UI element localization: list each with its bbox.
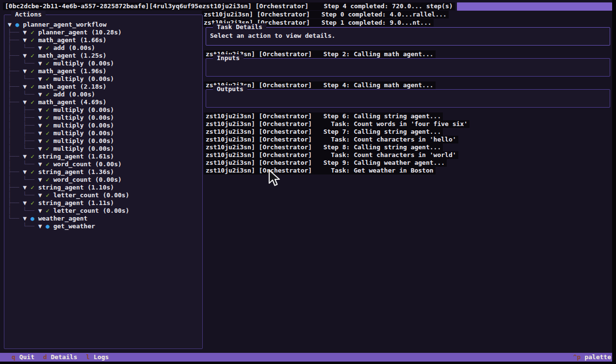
actions-tree: ▼ ● planner_agent_workflow ├── ▼ ✓ plann…	[4, 15, 202, 230]
expand-arrow-icon[interactable]: ▼	[38, 122, 46, 129]
tree-row[interactable]: └── ▼ ● weather_agent	[8, 215, 202, 222]
expand-arrow-icon[interactable]: ▼	[23, 52, 31, 59]
task-details-title: Task Details	[213, 23, 266, 31]
tree-row[interactable]: │ └── ▼ ✓ multiply (0.00s)	[8, 145, 202, 153]
tree-row[interactable]: │ └── ▼ ✓ letter_count (0.00s)	[8, 191, 202, 199]
expand-arrow-icon[interactable]: ▼	[38, 160, 46, 168]
log-line: zst10ju2i3sn] [Orchestrator] Step 7: Cal…	[204, 128, 443, 136]
scrollbar-thumb[interactable]	[457, 2, 612, 11]
expand-arrow-icon[interactable]: ▼	[23, 29, 31, 36]
tree-row-duration: (1.10s)	[84, 184, 114, 191]
palette-binding[interactable]: ^p palette	[573, 353, 616, 362]
expand-arrow-icon[interactable]: ▼	[23, 168, 31, 175]
expand-arrow-icon[interactable]: ▼	[38, 129, 46, 137]
tree-row[interactable]: │ └── ▼ ✓ word_count (0.00s)	[8, 176, 202, 184]
expand-arrow-icon[interactable]: ▼	[23, 199, 31, 206]
expand-arrow-icon[interactable]: ▼	[38, 60, 46, 67]
tree-row[interactable]: │ ├── ▼ ✓ multiply (0.00s)	[8, 122, 202, 129]
tree-guide-lines: ├──	[8, 168, 23, 175]
status-icon: ✓	[46, 106, 53, 113]
expand-arrow-icon[interactable]: ▼	[38, 176, 46, 183]
tree-row[interactable]: ├── ▼ ✓ string_agent (1.61s)	[8, 153, 202, 160]
footer-key-binding[interactable]: l Logs	[86, 353, 109, 362]
tree-row-duration: (10.28s)	[87, 29, 121, 36]
expand-arrow-icon[interactable]: ▼	[38, 191, 46, 199]
log-line: zst10ju2i3sn] [Orchestrator] Task: Count…	[204, 151, 458, 159]
tree-row-label: word_count	[53, 160, 91, 168]
tree-row-duration: (1.96s)	[76, 67, 107, 75]
status-icon: ✓	[46, 137, 53, 144]
tree-row[interactable]: ├── ▼ ✓ math_agent (1.66s)	[8, 36, 202, 44]
tree-row[interactable]: ├── ▼ ✓ math_agent (1.96s)	[8, 67, 202, 75]
inputs-title: Inputs	[213, 54, 243, 62]
key-label: Details	[51, 353, 78, 361]
tree-row[interactable]: │ └── ▼ ✓ add (0.00s)	[8, 91, 202, 98]
log-line-text: zst10ju2i3sn] [Orchestrator] Step 8: Cal…	[206, 143, 441, 151]
status-icon: ✓	[46, 160, 53, 168]
expand-arrow-icon[interactable]: ▼	[23, 215, 31, 222]
expand-arrow-icon[interactable]: ▼	[38, 75, 46, 82]
status-icon: ✓	[46, 75, 53, 82]
tree-row[interactable]: ├── ▼ ✓ math_agent (2.18s)	[8, 83, 202, 91]
expand-arrow-icon[interactable]: ▼	[38, 145, 46, 152]
tree-row-duration: (0.00s)	[84, 129, 114, 137]
expand-arrow-icon[interactable]: ▼	[8, 21, 16, 28]
tree-row[interactable]: └── ▼ ● get_weather	[8, 222, 202, 230]
status-icon: ✓	[31, 168, 38, 175]
status-icon: ✓	[31, 83, 38, 90]
tree-guide-lines: │ └──	[8, 91, 38, 98]
expand-arrow-icon[interactable]: ▼	[38, 222, 46, 230]
tree-row[interactable]: │ ├── ▼ ✓ multiply (0.00s)	[8, 114, 202, 122]
tree-guide-lines: ├──	[8, 153, 23, 160]
status-icon: ✓	[31, 153, 38, 160]
tree-row[interactable]: ├── ▼ ✓ math_agent (4.69s)	[8, 98, 202, 106]
tree-row[interactable]: ▼ ● planner_agent_workflow	[8, 21, 202, 29]
expand-arrow-icon[interactable]: ▼	[38, 91, 46, 98]
status-icon: ✓	[31, 29, 38, 36]
tree-row[interactable]: ├── ▼ ✓ planner_agent (10.28s)	[8, 29, 202, 36]
tree-guide-lines: ├──	[8, 52, 23, 59]
status-icon: ●	[16, 21, 23, 28]
footer-key-binding[interactable]: q Quit	[12, 353, 34, 362]
tree-row[interactable]: ├── ▼ ✓ math_agent (1.25s)	[8, 52, 202, 60]
expand-arrow-icon[interactable]: ▼	[38, 207, 46, 214]
status-icon: ✓	[31, 184, 38, 191]
tree-row[interactable]: │ └── ▼ ✓ multiply (0.00s)	[8, 60, 202, 67]
tree-row-label: string_agent	[38, 153, 84, 160]
expand-arrow-icon[interactable]: ▼	[23, 36, 31, 44]
expand-arrow-icon[interactable]: ▼	[38, 106, 46, 113]
status-icon: ✓	[46, 145, 53, 152]
tree-row[interactable]: │ ├── ▼ ✓ multiply (0.00s)	[8, 106, 202, 114]
expand-arrow-icon[interactable]: ▼	[23, 83, 31, 90]
expand-arrow-icon[interactable]: ▼	[23, 98, 31, 106]
tree-row-duration: (0.00s)	[84, 122, 114, 129]
tree-row[interactable]: │ ├── ▼ ✓ multiply (0.00s)	[8, 129, 202, 137]
log-line: zst10ju2i3sn] [Orchestrator] Task: Count…	[204, 136, 458, 143]
tree-row-label: letter_count	[53, 207, 99, 214]
expand-arrow-icon[interactable]: ▼	[23, 184, 31, 191]
expand-arrow-icon[interactable]: ▼	[38, 44, 46, 51]
tree-row[interactable]: ├── ▼ ✓ string_agent (1.10s)	[8, 184, 202, 191]
footer-key-binding[interactable]: d Details	[43, 353, 77, 362]
tree-row[interactable]: ├── ▼ ✓ string_agent (1.36s)	[8, 168, 202, 176]
expand-arrow-icon[interactable]: ▼	[38, 114, 46, 121]
expand-arrow-icon[interactable]: ▼	[23, 67, 31, 75]
tree-row[interactable]: │ └── ▼ ✓ add (0.00s)	[8, 44, 202, 52]
status-icon: ✓	[46, 122, 53, 129]
tree-row[interactable]: ├── ▼ ✓ string_agent (1.11s)	[8, 199, 202, 207]
tree-row[interactable]: │ └── ▼ ✓ letter_count (0.00s)	[8, 207, 202, 215]
tree-row[interactable]: │ ├── ▼ ✓ multiply (0.00s)	[8, 137, 202, 145]
tree-guide-lines: ├──	[8, 36, 23, 44]
tree-guide-lines: │ ├──	[8, 137, 38, 144]
expand-arrow-icon[interactable]: ▼	[23, 153, 31, 160]
expand-arrow-icon[interactable]: ▼	[38, 137, 46, 144]
tree-row-duration: (0.00s)	[84, 75, 114, 82]
key-glyph: ^p	[573, 353, 581, 361]
tree-row[interactable]: │ └── ▼ ✓ multiply (0.00s)	[8, 75, 202, 83]
log-line: zst10ju2i3sn] [Orchestrator] Step 9: Cal…	[204, 159, 447, 167]
log-line-text: zst10ju2i3sn] [Orchestrator] Task: Count…	[206, 120, 468, 127]
log-line: [0bc2dcbe-2b11-4e6b-a557-2825872beafe][4…	[3, 2, 455, 10]
tree-row-duration: (0.00s)	[91, 160, 122, 168]
tree-row[interactable]: │ └── ▼ ✓ word_count (0.00s)	[8, 160, 202, 168]
status-icon: ✓	[46, 191, 53, 199]
